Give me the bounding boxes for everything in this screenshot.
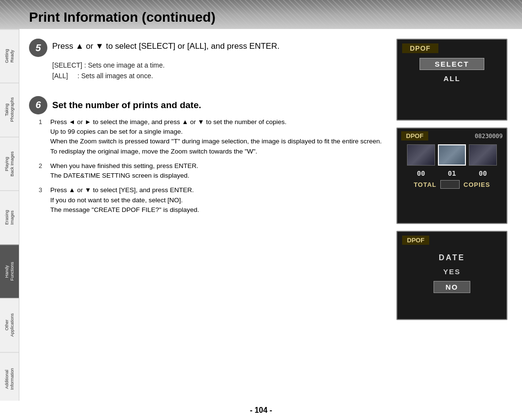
substep1-text2: to set the number of copies. <box>206 118 287 126</box>
main-content: 5 Press ▲ or ▼ to select [SELECT] or [AL… <box>19 29 522 401</box>
substep-list: 1 Press ◄ or ► to select the image, and … <box>29 117 387 215</box>
thumb-2-image <box>439 145 465 165</box>
sidebar-item-other-applications[interactable]: OtherApplications <box>0 298 19 351</box>
substep3-line3: The message "CREATE DPOF FILE?" is displ… <box>50 206 199 213</box>
substep-2-num: 2 <box>39 161 46 181</box>
right-arrow-icon: ► <box>85 118 91 126</box>
step-5-text: Press ▲ or ▼ to select [SELECT] or [ALL]… <box>52 39 279 52</box>
sidebar-item-additional-information[interactable]: AdditionalInformation <box>0 352 19 406</box>
substep-1: 1 Press ◄ or ► to select the image, and … <box>39 117 387 156</box>
substep-3-content: Press ▲ or ▼ to select [YES], and press … <box>50 185 387 215</box>
sidebar-item-playing-back-images[interactable]: PlayingBack Images <box>0 137 19 190</box>
thumb-1-image <box>407 145 435 165</box>
total-label: TOTAL <box>414 181 436 188</box>
thumbnail-1 <box>407 144 435 166</box>
substep1-line2: Up to 99 copies can be set for a single … <box>50 128 183 135</box>
sidebar: GettingReady TakingPhotographs PlayingBa… <box>0 29 19 406</box>
count-2: 01 <box>438 169 466 177</box>
select-label: [SELECT] <box>52 61 82 69</box>
up-arrow-icon: ▲ <box>75 42 84 51</box>
substep2-line2: The DATE&TIME SETTING screen is displaye… <box>50 172 189 179</box>
substep3-text1: to select [YES], and press ENTER. <box>93 186 194 194</box>
step5-rest-text: to select [SELECT] or [ALL], and press E… <box>106 42 279 51</box>
panel2-label: DPOF <box>401 131 428 140</box>
step-5-block: 5 Press ▲ or ▼ to select [SELECT] or [AL… <box>29 39 387 82</box>
panel3-title: DATE <box>439 253 465 262</box>
sidebar-item-getting-ready[interactable]: GettingReady <box>0 29 19 83</box>
substep-1-num: 1 <box>39 117 46 156</box>
substep-1-content: Press ◄ or ► to select the image, and pr… <box>50 117 387 156</box>
all-label: [ALL] <box>52 72 75 80</box>
panel-2-screen: DPOF 08230009 00 01 00 TOTAL <box>396 127 508 224</box>
substep-3: 3 Press ▲ or ▼ to select [YES], and pres… <box>39 185 387 215</box>
count-1: 00 <box>407 169 435 177</box>
right-panels: DPOF SELECT ALL DPOF 08230009 <box>396 39 512 391</box>
substep1-up-icon: ▲ <box>182 118 188 126</box>
sidebar-item-taking-photographs[interactable]: TakingPhotographs <box>0 83 19 136</box>
panel-3-screen: DPOF DATE YES NO <box>396 231 508 320</box>
content-area: 5 Press ▲ or ▼ to select [SELECT] or [AL… <box>29 39 387 391</box>
substep-3-num: 3 <box>39 185 46 215</box>
substep-2: 2 When you have finished this setting, p… <box>39 161 387 181</box>
panel-1-screen: DPOF SELECT ALL <box>396 39 508 121</box>
step-5-subtext: [SELECT] : Sets one image at a time. [AL… <box>29 60 387 82</box>
all-colon: : <box>77 72 81 80</box>
step5-or-label: or <box>86 42 96 51</box>
substep1-text1: to select the image, and press <box>93 118 182 126</box>
select-text: Sets one image at a time. <box>88 61 165 69</box>
substep1-line3: When the Zoom switch is pressed toward "… <box>50 138 382 154</box>
step-5-number: 5 <box>29 39 47 57</box>
step5-all-desc: [ALL] : Sets all images at once. <box>52 70 387 81</box>
panel1-label: DPOF <box>402 43 438 53</box>
panel3-option-yes: YES <box>432 266 472 277</box>
thumbnail-3 <box>469 144 497 166</box>
panel2-total-row: TOTAL COPIES <box>401 180 503 189</box>
select-colon: : <box>84 61 88 69</box>
substep-2-content: When you have finished this setting, pre… <box>50 161 387 181</box>
step-6-block: 6 Set the number of prints and date. 1 P… <box>29 96 387 215</box>
panel3-label: DPOF <box>402 236 429 245</box>
step5-press-label: Press <box>52 42 75 51</box>
thumb-3-image <box>469 145 496 165</box>
page-header: Print Information (continued) <box>0 0 522 29</box>
total-box <box>440 180 460 189</box>
panel2-counts: 00 01 00 <box>401 169 503 177</box>
panel1-option-select: SELECT <box>420 58 484 70</box>
substep1-press: Press <box>50 118 69 126</box>
down-arrow-icon: ▼ <box>96 42 104 51</box>
step5-select-desc: [SELECT] : Sets one image at a time. <box>52 60 387 70</box>
step-5-header: 5 Press ▲ or ▼ to select [SELECT] or [AL… <box>29 39 387 57</box>
all-text: Sets all images at once. <box>81 72 153 80</box>
count-3: 00 <box>469 169 497 177</box>
step-6-header: 6 Set the number of prints and date. <box>29 96 387 114</box>
left-arrow-icon: ◄ <box>69 118 75 126</box>
substep3-line2: If you do not want to set the date, sele… <box>50 196 183 204</box>
panel1-option-all: ALL <box>429 73 475 84</box>
substep1-or2: or <box>190 118 198 126</box>
substep2-line1: When you have finished this setting, pre… <box>50 162 198 169</box>
panel3-option-no: NO <box>434 281 471 293</box>
step-6-title: Set the number of prints and date. <box>52 100 201 111</box>
panel2-date: 08230009 <box>475 133 503 140</box>
substep1-down-icon: ▼ <box>198 118 204 126</box>
panel2-images <box>401 144 503 166</box>
substep1-or1: or <box>77 118 85 126</box>
panel2-top-bar: DPOF 08230009 <box>401 131 503 140</box>
sidebar-item-handy-functions[interactable]: HandyFunctions <box>0 244 19 298</box>
substep3-down-icon: ▼ <box>85 186 91 194</box>
step-6-number: 6 <box>29 96 47 114</box>
thumbnail-2-selected <box>438 144 466 166</box>
substep3-or: or <box>77 186 85 194</box>
sidebar-item-erasing-images[interactable]: ErasingImages <box>0 190 19 244</box>
copies-label: COPIES <box>464 181 490 188</box>
substep3-press: Press <box>50 186 69 194</box>
page-footer: - 104 - <box>0 401 522 420</box>
page-title: Print Information (continued) <box>29 10 216 25</box>
substep3-up-icon: ▲ <box>69 186 75 194</box>
page-number: - 104 - <box>250 406 272 415</box>
